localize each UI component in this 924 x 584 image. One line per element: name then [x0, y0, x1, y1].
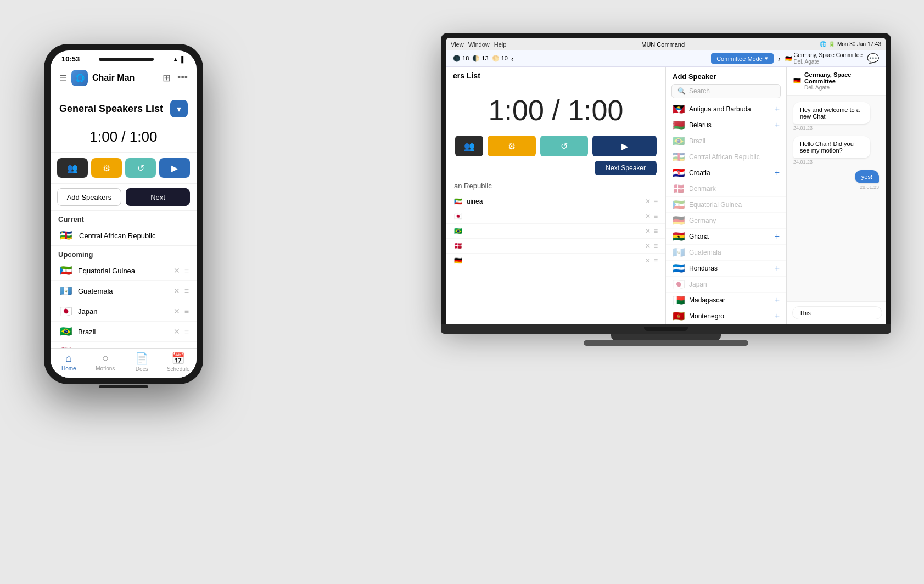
tab-motions[interactable]: ○ Motions — [87, 352, 124, 372]
montenegro-name: Montenegro — [689, 312, 724, 320]
remove-icon[interactable]: ✕ — [173, 287, 180, 295]
chat-time-3: 28.01.23 — [855, 184, 879, 190]
chevron-down-icon: ▾ — [765, 55, 768, 62]
drag-icon[interactable]: ≡ — [184, 266, 189, 275]
panel-title: ers List — [453, 71, 480, 80]
laptop-play-btn[interactable]: ▶ — [592, 136, 657, 156]
menu-icon[interactable]: ☰ — [59, 73, 67, 83]
more-icon[interactable]: ••• — [177, 72, 188, 84]
country-item-montenegro[interactable]: 🇲🇪 Montenegro + — [666, 308, 786, 324]
moon-count-light: 🌕 10 — [492, 55, 508, 62]
drag-icon[interactable]: ≡ — [654, 212, 658, 220]
country-item-brazil[interactable]: 🇧🇷 Brazil — [666, 133, 786, 149]
country-item-honduras[interactable]: 🇭🇳 Honduras + — [666, 261, 786, 277]
tab-docs[interactable]: 📄 Docs — [124, 352, 160, 372]
laptop-body: View Window Help MUN Command 🌐 🔋 Mon 30 … — [441, 33, 891, 346]
add-honduras-icon[interactable]: + — [775, 263, 780, 273]
grid-icon[interactable]: ⊞ — [163, 72, 171, 84]
country-item-germany[interactable]: 🇩🇪 Germany — [666, 213, 786, 229]
drag-icon[interactable]: ≡ — [654, 257, 658, 265]
country-item-madagascar[interactable]: 🇲🇬 Madagascar + — [666, 293, 786, 308]
refresh-btn[interactable]: ↺ — [125, 158, 156, 178]
country-item-denmark[interactable]: 🇩🇰 Denmark — [666, 181, 786, 197]
settings-btn[interactable]: ⚙ — [91, 158, 122, 178]
country-item-japan[interactable]: 🇯🇵 Japan — [666, 277, 786, 293]
remove-icon[interactable]: ✕ — [173, 307, 180, 316]
app-title: Chair Man — [92, 73, 135, 83]
tab-schedule[interactable]: 📅 Schedule — [160, 352, 197, 372]
add-montenegro-icon[interactable]: + — [775, 311, 780, 321]
collapse-btn[interactable]: ▾ — [170, 100, 188, 117]
list-item: 🇯🇵 Japan ✕ ≡ — [51, 301, 197, 322]
add-croatia-icon[interactable]: + — [775, 168, 780, 178]
add-speakers-btn[interactable]: Add Speakers — [57, 188, 121, 206]
list-item: 🇧🇷 ✕ ≡ — [446, 224, 665, 239]
battery-menubar-icon: 🔋 — [828, 41, 835, 47]
car-name: Central African Republic — [689, 153, 760, 161]
play-btn[interactable]: ▶ — [159, 158, 190, 178]
menu-view[interactable]: View — [451, 41, 464, 48]
drag-icon[interactable]: ≡ — [654, 242, 658, 250]
eq-guinea-name: Equatorial Guinea — [78, 267, 135, 275]
phone-status-icons: ▲ ▌ — [172, 56, 186, 63]
country-item-antigua[interactable]: 🇦🇬 Antigua and Barbuda + — [666, 102, 786, 117]
chat-input[interactable] — [792, 306, 882, 319]
drag-icon[interactable]: ≡ — [184, 327, 189, 336]
list-item-controls: ✕ ≡ — [173, 327, 189, 336]
phone-screen: 10:53 ▲ ▌ ☰ 🌐 Chair Man ⊞ ••• — [51, 50, 197, 378]
croatia-flag: 🇭🇷 — [673, 168, 685, 178]
country-item-croatia[interactable]: 🇭🇷 Croatia + — [666, 165, 786, 181]
madagascar-name: Madagascar — [689, 296, 725, 304]
country-item-eq[interactable]: 🇬🇶 Equatorial Guinea — [666, 197, 786, 213]
nav-next-toolbar[interactable]: › — [778, 54, 781, 63]
eq-name-add: Equatorial Guinea — [689, 201, 742, 209]
x-icon[interactable]: ✕ — [645, 212, 651, 220]
drag-icon[interactable]: ≡ — [184, 307, 189, 316]
x-icon[interactable]: ✕ — [645, 198, 651, 205]
list-item: 🇩🇰 Denmark ✕ ≡ — [51, 342, 197, 348]
laptop-refresh-btn[interactable]: ↺ — [540, 136, 589, 156]
next-speaker-btn[interactable]: Next Speaker — [595, 161, 657, 175]
moon-count-half: 🌓 13 — [472, 55, 488, 62]
add-antigua-icon[interactable]: + — [775, 104, 780, 114]
group-btn[interactable]: 👥 — [57, 158, 88, 178]
x-icon[interactable]: ✕ — [645, 227, 651, 235]
country-item-guatemala[interactable]: 🇬🇹 Guatemala — [666, 245, 786, 261]
moon-count-dark: 🌑 18 — [453, 55, 469, 62]
list-item-controls: ✕ ≡ — [173, 266, 189, 275]
tab-motions-label: Motions — [96, 366, 115, 372]
remove-icon[interactable]: ✕ — [173, 266, 180, 275]
add-madagascar-icon[interactable]: + — [775, 295, 780, 305]
x-icon[interactable]: ✕ — [645, 242, 651, 250]
laptop-group-btn[interactable]: 👥 — [455, 136, 483, 156]
chat-icon[interactable]: 💬 — [867, 53, 879, 65]
country-item-belarus[interactable]: 🇧🇾 Belarus + — [666, 117, 786, 133]
chat-time-2: 24.01.23 — [793, 159, 879, 165]
chat-header: 🇩🇪 Germany, Space Committee Del. Agate — [787, 67, 886, 96]
next-btn[interactable]: Next — [126, 188, 190, 206]
chat-bubble-3: yes! 28.01.23 — [855, 170, 879, 190]
tab-home[interactable]: ⌂ Home — [51, 352, 87, 372]
list-controls: ✕ ≡ — [645, 242, 658, 250]
laptop-settings-btn[interactable]: ⚙ — [488, 136, 536, 156]
add-belarus-icon[interactable]: + — [775, 120, 780, 130]
committee-btn-label: Committee Mode — [716, 55, 763, 62]
phone-app-header: ☰ 🌐 Chair Man ⊞ ••• — [51, 65, 197, 91]
x-icon[interactable]: ✕ — [645, 257, 651, 265]
add-ghana-icon[interactable]: + — [775, 232, 780, 242]
drag-icon[interactable]: ≡ — [654, 198, 658, 205]
country-item-car[interactable]: 🇨🇫 Central African Republic — [666, 149, 786, 165]
search-box[interactable]: 🔍 Search — [671, 84, 781, 98]
chat-bubble-2: Hello Chair! Did you see my motion? 24.0… — [793, 136, 879, 165]
drag-icon[interactable]: ≡ — [654, 227, 658, 235]
menu-help[interactable]: Help — [494, 41, 507, 48]
remove-icon[interactable]: ✕ — [173, 327, 180, 336]
menu-window[interactable]: Window — [468, 41, 490, 48]
list-item-controls: ✕ ≡ — [173, 287, 189, 295]
nav-prev[interactable]: ‹ — [511, 54, 514, 63]
committee-mode-btn[interactable]: Committee Mode ▾ — [711, 53, 774, 64]
guatemala-flag: 🇬🇹 — [58, 285, 74, 296]
toolbar-delegate: Del. Agate — [794, 59, 863, 65]
country-item-ghana[interactable]: 🇬🇭 Ghana + — [666, 229, 786, 245]
drag-icon[interactable]: ≡ — [184, 287, 189, 295]
